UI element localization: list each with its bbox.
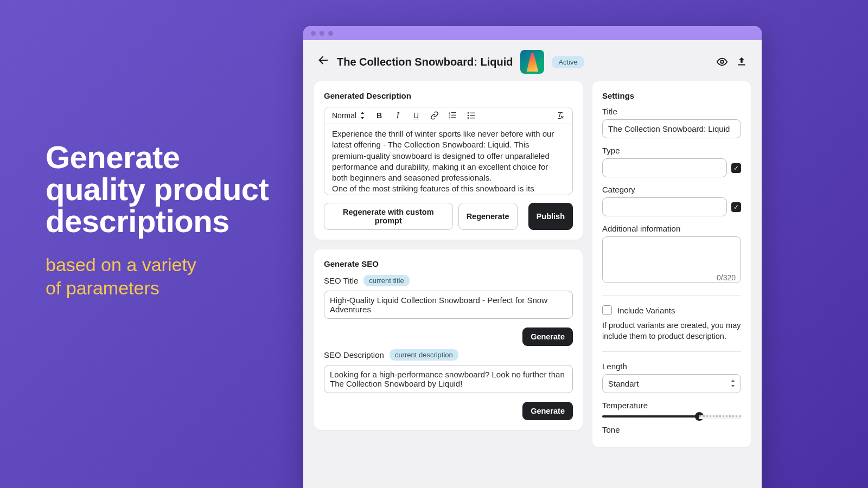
current-desc-pill: current description: [390, 349, 458, 361]
title-input[interactable]: [602, 119, 741, 138]
generate-seo-card: Generate SEO SEO Title current title Gen…: [314, 249, 583, 430]
svg-rect-3: [451, 112, 456, 113]
window-titlebar: [303, 26, 762, 40]
svg-rect-7: [451, 117, 456, 118]
temperature-label: Temperature: [602, 401, 741, 410]
promo-subtitle: based on a variety of parameters: [46, 253, 269, 299]
format-select[interactable]: Normal: [332, 111, 365, 120]
card-heading: Settings: [602, 91, 741, 100]
divider: [602, 351, 741, 352]
title-label: Title: [602, 107, 741, 116]
svg-text:3: 3: [449, 117, 450, 120]
clear-format-icon[interactable]: [556, 111, 565, 120]
settings-card: Settings Title Type ✓ Category ✓ Additio…: [592, 81, 751, 447]
seo-desc-label: SEO Description: [324, 350, 384, 359]
temperature-slider[interactable]: [602, 415, 741, 418]
seo-title-input[interactable]: [324, 291, 573, 319]
seo-title-label: SEO Title: [324, 276, 358, 285]
italic-icon[interactable]: I: [393, 111, 402, 120]
preview-icon[interactable]: [716, 56, 728, 68]
bold-icon[interactable]: B: [375, 111, 384, 120]
length-label: Length: [602, 362, 741, 371]
publish-button[interactable]: Publish: [528, 203, 573, 230]
app-window: The Collection Snowboard: Liquid Active …: [303, 26, 762, 488]
seo-desc-input[interactable]: [324, 365, 573, 393]
window-dot-icon: [320, 31, 324, 36]
slider-thumb[interactable]: [695, 412, 704, 421]
svg-point-1: [720, 60, 724, 63]
category-checkbox[interactable]: ✓: [731, 202, 741, 212]
type-checkbox[interactable]: ✓: [731, 163, 741, 173]
share-icon[interactable]: [736, 56, 748, 68]
generated-description-card: Generated Description Normal B I U: [314, 81, 583, 240]
svg-rect-5: [451, 115, 456, 115]
underline-icon[interactable]: U: [412, 111, 420, 120]
editor-toolbar: Normal B I U 123: [324, 107, 572, 124]
card-heading: Generate SEO: [324, 259, 573, 268]
svg-rect-11: [470, 115, 475, 115]
category-input[interactable]: [602, 197, 727, 216]
category-label: Category: [602, 185, 741, 194]
back-arrow-icon[interactable]: [317, 54, 329, 69]
regenerate-button[interactable]: Regenerate: [458, 203, 518, 230]
promo-headline: Generate quality product descriptions: [46, 141, 269, 237]
status-badge: Active: [552, 56, 584, 68]
card-heading: Generated Description: [324, 91, 573, 100]
include-variants-label: Include Variants: [617, 306, 675, 315]
tone-label: Tone: [602, 425, 741, 434]
current-title-pill: current title: [363, 275, 409, 286]
editor-content[interactable]: Experience the thrill of winter sports l…: [324, 124, 572, 195]
svg-rect-13: [470, 118, 475, 118]
regenerate-custom-button[interactable]: Regenerate with custom prompt: [324, 203, 453, 230]
char-counter: 0/320: [717, 273, 736, 282]
generate-seo-title-button[interactable]: Generate: [522, 328, 573, 346]
format-select-label: Normal: [332, 111, 356, 120]
ordered-list-icon[interactable]: 123: [449, 111, 457, 120]
divider: [602, 295, 741, 296]
include-variants-help: If product variants are created, you may…: [602, 320, 741, 342]
svg-rect-9: [470, 113, 475, 113]
bullet-list-icon[interactable]: [467, 111, 476, 120]
include-variants-checkbox[interactable]: [602, 305, 612, 315]
generate-seo-desc-button[interactable]: Generate: [522, 402, 573, 420]
link-icon[interactable]: [430, 111, 439, 120]
length-select[interactable]: [602, 374, 741, 393]
svg-point-12: [468, 117, 469, 119]
promo-text: Generate quality product descriptions ba…: [46, 141, 269, 299]
page-title: The Collection Snowboard: Liquid: [337, 56, 513, 68]
svg-point-8: [468, 112, 469, 114]
rich-text-editor: Normal B I U 123: [324, 107, 573, 195]
page-header: The Collection Snowboard: Liquid Active: [303, 40, 762, 81]
svg-point-10: [468, 115, 469, 117]
window-dot-icon: [311, 31, 316, 36]
product-thumbnail: [520, 50, 544, 74]
type-label: Type: [602, 146, 741, 155]
additional-info-label: Additional information: [602, 224, 741, 233]
type-input[interactable]: [602, 158, 727, 177]
window-dot-icon: [328, 31, 333, 36]
